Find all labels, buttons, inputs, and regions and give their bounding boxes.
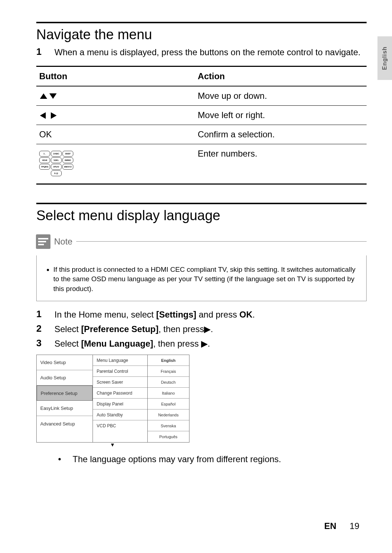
menu-lang-selected: English xyxy=(148,355,189,366)
language-tab: English xyxy=(377,36,392,80)
cell-action: Move left or right. xyxy=(195,105,367,125)
step-number: 3 xyxy=(36,338,54,350)
menu-lang: Deutsch xyxy=(148,377,189,388)
cell-action: Move up or down. xyxy=(195,86,367,106)
bullet-icon: • xyxy=(58,454,73,464)
key: 8TUV xyxy=(51,164,62,170)
key: 0.@ xyxy=(51,170,62,176)
menu-right-column: English Français Deutsch Italiano Españo… xyxy=(148,355,189,442)
menu-lang: Italiano xyxy=(148,388,189,399)
settings-menu-screenshot: Video Setup Audio Setup Preference Setup… xyxy=(36,355,189,443)
note-box: If this product is connected to a HDMI C… xyxy=(36,255,367,302)
key: 9WXYZ xyxy=(62,164,73,170)
menu-item: Screen Saver xyxy=(93,377,147,388)
key: 5JKL xyxy=(51,157,62,163)
menu-item-selected: Preference Setup xyxy=(37,386,93,401)
footnote-bullet: • The language options may vary from dif… xyxy=(58,454,367,464)
menu-lang: Português xyxy=(148,431,189,442)
menu-item: Parental Control xyxy=(93,366,147,377)
step-text: Select [Preference Setup], then press▶. xyxy=(54,323,213,335)
section-rule xyxy=(36,22,367,23)
svg-marker-3 xyxy=(51,112,57,119)
menu-left-column: Video Setup Audio Setup Preference Setup… xyxy=(37,355,93,442)
key: 4GHI xyxy=(39,157,50,163)
table-row: Move up or down. xyxy=(36,86,367,106)
step-number: 1 xyxy=(36,308,54,321)
svg-marker-1 xyxy=(49,93,57,99)
menu-lang: Svenska xyxy=(148,420,189,431)
button-action-table: Button Action Move up or down. Move left… xyxy=(36,66,367,185)
menu-mid-column: Menu Language Parental Control Screen Sa… xyxy=(93,355,147,442)
note-icon xyxy=(36,234,50,249)
lang-step-2: 2 Select [Preference Setup], then press▶… xyxy=(36,323,367,335)
cell-button-ok: OK xyxy=(36,125,195,144)
step-number: 2 xyxy=(36,323,54,335)
cell-action: Enter numbers. xyxy=(195,144,367,184)
step-text: In the Home menu, select [Settings] and … xyxy=(54,308,255,321)
cell-button-keypad: 1 . 2ABC 3DEF 4GHI 5JKL 6MNO 7PQRS 8TUV … xyxy=(36,144,195,184)
th-action: Action xyxy=(195,66,367,86)
table-row: OK Confirm a selection. xyxy=(36,125,367,144)
right-arrow-icon: ▶ xyxy=(204,324,211,334)
section-title-navigate: Navigate the menu xyxy=(36,27,367,43)
menu-item: EasyLink Setup xyxy=(37,401,93,416)
key: 1 . xyxy=(39,151,50,157)
right-arrow-icon: ▶ xyxy=(201,339,208,348)
table-row: Move left or right. xyxy=(36,105,367,125)
numeric-keypad-icon: 1 . 2ABC 3DEF 4GHI 5JKL 6MNO 7PQRS 8TUV … xyxy=(39,151,73,177)
page-footer: EN 19 xyxy=(324,521,359,531)
footer-page: 19 xyxy=(350,521,359,531)
table-row: 1 . 2ABC 3DEF 4GHI 5JKL 6MNO 7PQRS 8TUV … xyxy=(36,144,367,184)
up-down-arrows-icon xyxy=(39,91,57,101)
lang-step-3: 3 Select [Menu Language], then press ▶. xyxy=(36,338,367,350)
lang-step-1: 1 In the Home menu, select [Settings] an… xyxy=(36,308,367,321)
menu-item: Audio Setup xyxy=(37,370,93,386)
cell-button-updown xyxy=(36,86,195,106)
menu-item: Advanced Setup xyxy=(37,416,93,431)
menu-item: Menu Language xyxy=(93,355,147,366)
footer-lang: EN xyxy=(324,521,336,531)
section-rule xyxy=(36,203,367,204)
menu-item: Display Panel xyxy=(93,399,147,409)
note-text: If this product is connected to a HDMI C… xyxy=(53,265,359,294)
menu-lang: Nederlands xyxy=(148,409,189,420)
th-button: Button xyxy=(36,66,195,86)
note-header: Note xyxy=(36,234,367,249)
note-label: Note xyxy=(54,237,73,247)
key: 7PQRS xyxy=(39,164,50,170)
svg-marker-0 xyxy=(40,93,47,99)
key: 6MNO xyxy=(62,157,73,163)
section-title-language: Select menu display language xyxy=(36,208,367,223)
footnote-text: The language options may vary from diffe… xyxy=(73,454,281,464)
key: 3DEF xyxy=(62,151,73,157)
step-number: 1 xyxy=(36,46,54,58)
menu-item: Auto Standby xyxy=(93,409,147,420)
step-text: When a menu is displayed, press the butt… xyxy=(54,46,360,58)
cell-action: Confirm a selection. xyxy=(195,125,367,144)
more-down-icon: ▼ xyxy=(36,442,189,448)
menu-item: Video Setup xyxy=(37,355,93,370)
key: 2ABC xyxy=(51,151,62,157)
menu-lang: Español xyxy=(148,399,189,409)
language-tab-label: English xyxy=(381,47,388,70)
left-right-arrows-icon xyxy=(39,110,57,120)
menu-item: Change Password xyxy=(93,388,147,399)
step-text: Select [Menu Language], then press ▶. xyxy=(54,338,210,350)
nav-step-1: 1 When a menu is displayed, press the bu… xyxy=(36,46,367,58)
menu-lang: Français xyxy=(148,366,189,377)
menu-item: VCD PBC xyxy=(93,420,147,431)
cell-button-leftright xyxy=(36,105,195,125)
svg-marker-2 xyxy=(40,112,46,119)
